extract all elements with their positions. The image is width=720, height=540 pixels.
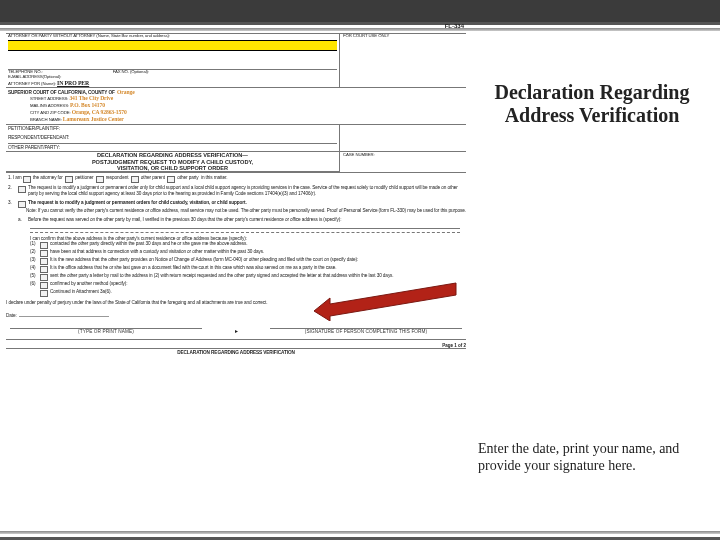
checkbox	[18, 186, 26, 193]
c1: contacted the other party directly withi…	[50, 241, 466, 246]
opt-oparent: other parent	[141, 175, 165, 180]
item3-note: Note: If you cannot verify the other par…	[8, 208, 466, 213]
page-indicator: Page 1 of 2	[442, 343, 466, 348]
c4: It is the office address that he or she …	[50, 265, 466, 270]
checkbox	[131, 176, 139, 183]
highlight-bar	[8, 40, 337, 51]
checkbox	[40, 290, 48, 297]
n1: (1)	[30, 241, 40, 246]
case-number-lbl: CASE NUMBER:	[343, 153, 463, 158]
n6: (6)	[30, 281, 40, 286]
content-row: FL-334 ATTORNEY OR PARTY WITHOUT ATTORNE…	[0, 31, 720, 474]
slide-heading: Declaration Regarding Address Verificati…	[478, 81, 706, 127]
item1-tail: in this matter.	[201, 175, 227, 180]
form-number: FL-334	[445, 23, 464, 30]
checkbox	[23, 176, 31, 183]
court-line: SUPERIOR COURT OF CALIFORNIA, COUNTY OF	[8, 90, 115, 95]
item3a-lead: a.	[18, 217, 28, 222]
item3-head: The request is to modify a judgment or p…	[28, 200, 466, 205]
checkbox	[40, 266, 48, 273]
form-title-3: VISITATION, OR CHILD SUPPORT ORDER	[8, 165, 337, 171]
footer-title: DECLARATION REGARDING ADDRESS VERIFICATI…	[6, 348, 466, 355]
checkbox	[40, 274, 48, 281]
type-print-name: (TYPE OR PRINT NAME)	[10, 329, 202, 334]
opt-atty: the attorney for	[33, 175, 63, 180]
checkbox	[167, 176, 175, 183]
checkbox	[40, 250, 48, 257]
checkbox	[40, 282, 48, 289]
branch-val: Lamoreaux Justice Center	[63, 116, 124, 122]
c2: have been at that address in connection …	[50, 249, 466, 254]
form-image: FL-334 ATTORNEY OR PARTY WITHOUT ATTORNE…	[0, 31, 468, 355]
item3-num: 3.	[8, 200, 18, 205]
checkbox	[65, 176, 73, 183]
petitioner-lbl: PETITIONER/PLAINTIFF:	[8, 126, 337, 131]
mail-val: P.O. Box 14170	[70, 102, 105, 108]
n3: (3)	[30, 257, 40, 262]
item2-num: 2.	[8, 185, 18, 190]
c3: It is the new address that the other par…	[50, 257, 466, 262]
instruction-note: Enter the date, print your name, and pro…	[478, 441, 706, 474]
heading-line2: Address Verification	[505, 104, 680, 126]
annotation-column: Declaration Regarding Address Verificati…	[468, 31, 720, 474]
atty-line: ATTORNEY OR PARTY WITHOUT ATTORNEY (Name…	[8, 34, 337, 39]
red-arrow-callout	[306, 281, 466, 321]
c5: sent the other party a letter by mail to…	[50, 273, 466, 278]
opt-oparty: other party	[177, 175, 198, 180]
presentation-topbar	[0, 0, 720, 22]
otherparty-lbl: OTHER PARENT/PARTY:	[8, 145, 337, 150]
court-use-only: FOR COURT USE ONLY	[343, 34, 463, 39]
date-fill	[19, 308, 109, 317]
date-label: Date:	[6, 313, 17, 318]
n2: (2)	[30, 249, 40, 254]
opt-resp: respondent	[106, 175, 128, 180]
cityzip-val: Orange, CA 92863-1570	[72, 109, 127, 115]
county-val: Orange	[117, 89, 134, 95]
street-val: 341 The City Drive	[69, 95, 113, 101]
mail-lbl: MAILING ADDRESS:	[30, 103, 69, 108]
checkbox	[96, 176, 104, 183]
cityzip-lbl: CITY AND ZIP CODE:	[30, 110, 71, 115]
street-lbl: STREET ADDRESS:	[30, 96, 68, 101]
heading-line1: Declaration Regarding	[495, 81, 690, 103]
n5: (5)	[30, 273, 40, 278]
opt-pet: petitioner	[75, 175, 93, 180]
signature-of: (SIGNATURE OF PERSON COMPLETING THIS FOR…	[270, 329, 462, 334]
checkbox	[40, 258, 48, 265]
fax-label: FAX NO. (Optional):	[113, 69, 149, 74]
item1-lead: 1. I am	[8, 175, 22, 180]
branch-lbl: BRANCH NAME:	[30, 117, 62, 122]
item2-text: The request is to modify a judgment or p…	[28, 185, 466, 196]
n4: (4)	[30, 265, 40, 270]
respondent-lbl: RESPONDENT/DEFENDANT:	[8, 135, 337, 140]
item3a-text: Before the request was served on the oth…	[28, 217, 466, 222]
checkbox	[40, 242, 48, 249]
checkbox	[18, 201, 26, 208]
svg-marker-0	[314, 283, 456, 321]
attyfor-label: ATTORNEY FOR (Name):	[8, 81, 56, 86]
in-pro-per: IN PRO PER	[57, 80, 89, 86]
